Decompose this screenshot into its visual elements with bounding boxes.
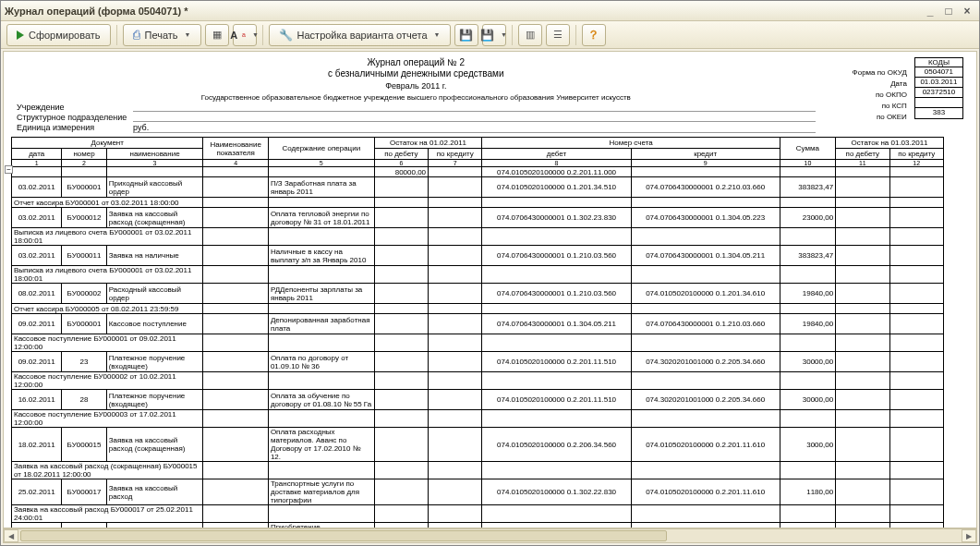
save-icon: 💾 xyxy=(459,29,473,42)
print-label: Печать xyxy=(145,30,178,41)
dropdown-icon: ▼ xyxy=(434,31,441,38)
form-button[interactable]: Сформировать xyxy=(6,24,111,46)
scroll-left-button[interactable]: ◀ xyxy=(4,529,18,542)
report-period: Февраль 2011 г. xyxy=(17,81,816,91)
minimize-button[interactable]: _ xyxy=(922,4,938,18)
maximize-button[interactable]: □ xyxy=(940,4,957,18)
grid-button-2[interactable]: ☰ xyxy=(546,24,570,46)
titlebar: Журнал операций (форма 0504071) * _ □ × xyxy=(1,1,979,21)
help-button[interactable]: ？ xyxy=(582,24,606,46)
dept-label: Структурное подразделение xyxy=(17,113,127,122)
window-title: Журнал операций (форма 0504071) * xyxy=(5,6,922,17)
operations-table: Документ Наименование показателя Содержа… xyxy=(11,137,944,528)
horizontal-scrollbar[interactable]: ◀ ▶ xyxy=(3,528,977,543)
grid-button-1[interactable]: ▥ xyxy=(518,24,542,46)
table-row[interactable]: 80000,00 074.0105020100000 0.2.201.11.00… xyxy=(12,167,944,177)
table-row[interactable]: 16.02.201128Платежное поручение (входяще… xyxy=(12,390,944,410)
org-label: Учреждение xyxy=(17,103,127,112)
font-icon: A xyxy=(230,30,237,41)
scroll-thumb[interactable] xyxy=(20,530,667,541)
unit-value: руб. xyxy=(133,123,816,133)
printer-icon: ⎙ xyxy=(133,28,140,42)
close-button[interactable]: × xyxy=(959,4,975,18)
table-row[interactable]: Выписка из лицевого счета БУ000001 от 03… xyxy=(12,228,944,246)
unit-label: Единица измерения xyxy=(17,123,127,133)
scroll-right-button[interactable]: ▶ xyxy=(962,529,976,542)
table-icon: ▦ xyxy=(212,29,222,41)
table-row[interactable]: 08.02.2011БУ000002Расходный кассовый орд… xyxy=(12,284,944,304)
play-icon xyxy=(17,30,24,40)
table-row[interactable]: 03.02.2011БУ000012Заявка на кассовый рас… xyxy=(12,208,944,228)
save-dd-button[interactable]: 💾▼ xyxy=(482,24,506,46)
report-settings-button[interactable]: 🔧 Настройка варианта отчета ▼ xyxy=(269,24,451,46)
grid-icon: ▥ xyxy=(526,29,535,41)
help-icon: ？ xyxy=(587,27,599,43)
report-org: Государственное образовательное бюджетно… xyxy=(17,93,816,102)
table-row[interactable]: Отчет кассира БУ000005 от 08.02.2011 23:… xyxy=(12,304,944,314)
table-row[interactable]: Кассовое поступление БУ000003 от 17.02.2… xyxy=(12,410,944,428)
table-row[interactable]: Кассовое поступление БУ000002 от 10.02.2… xyxy=(12,372,944,390)
font-button[interactable]: Aa▼ xyxy=(233,24,257,46)
dropdown-icon: ▼ xyxy=(252,31,259,38)
report-viewport: Журнал операций № 2 с безналичными денеж… xyxy=(3,51,977,528)
table-view-button[interactable]: ▦ xyxy=(205,24,229,46)
dropdown-icon: ▼ xyxy=(501,31,507,38)
table-row[interactable]: Заявка на кассовый расход (сокращенная) … xyxy=(12,462,944,479)
list-icon: ☰ xyxy=(553,29,563,41)
table-row[interactable]: Заявка на кассовый расход БУ000017 от 25… xyxy=(12,505,944,523)
collapse-toggle[interactable]: − xyxy=(5,165,13,174)
table-row[interactable]: 09.02.201123Платежное поручение (входяще… xyxy=(12,352,944,372)
print-button[interactable]: ⎙ Печать ▼ xyxy=(123,24,201,46)
code-side-labels: Форма по ОКУД Дата по ОКПО по КСП по ОКЕ… xyxy=(853,57,907,123)
wrench-icon: 🔧 xyxy=(279,29,293,42)
table-row[interactable]: Кассовое поступление БУ000001 от 09.02.2… xyxy=(12,334,944,352)
table-row[interactable]: Выписка из лицевого счета БУ000001 от 03… xyxy=(12,266,944,284)
table-row[interactable]: 25.02.2011БУ000017Заявка на кассовый рас… xyxy=(12,479,944,505)
table-row[interactable]: Отчет кассира БУ000001 от 03.02.2011 18:… xyxy=(12,198,944,208)
save-icon: 💾 xyxy=(480,29,494,42)
save-button[interactable]: 💾 xyxy=(454,24,478,46)
table-row[interactable]: 03.02.2011БУ000011Заявка на наличные Нал… xyxy=(12,246,944,266)
report-title-2: с безналичными денежными средствами xyxy=(17,68,816,79)
codes-box: КОДЫ 0504071 01.03.2011 02372510 383 xyxy=(914,57,963,119)
form-button-label: Сформировать xyxy=(29,30,101,41)
toolbar: Сформировать ⎙ Печать ▼ ▦ Aa▼ 🔧 Настройк… xyxy=(1,21,979,49)
report-title-1: Журнал операций № 2 xyxy=(17,57,816,67)
dropdown-icon: ▼ xyxy=(185,31,191,38)
table-row[interactable]: 09.02.2011БУ000001Кассовое поступление Д… xyxy=(12,314,944,334)
settings-label: Настройка варианта отчета xyxy=(297,30,428,41)
table-row[interactable]: 03.02.2011БУ000001Приходный кассовый орд… xyxy=(12,177,944,198)
table-row[interactable]: 18.02.2011БУ000015Заявка на кассовый рас… xyxy=(12,428,944,462)
